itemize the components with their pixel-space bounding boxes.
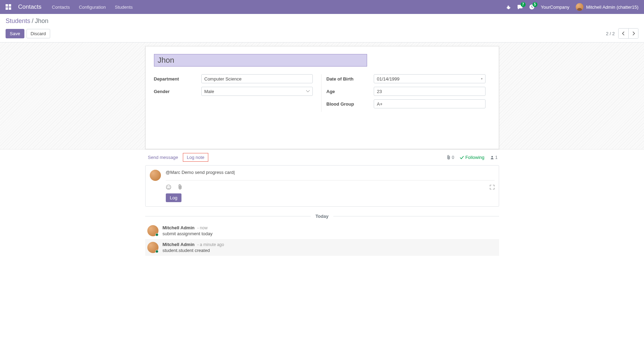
expand-icon[interactable]: [490, 184, 495, 190]
control-panel: Students / Jhon Save Discard 2 / 2: [0, 14, 644, 43]
gender-field[interactable]: Male: [201, 87, 313, 96]
activities-badge: 5: [533, 2, 537, 7]
breadcrumb-sep: /: [32, 17, 33, 25]
messaging-badge: 7: [521, 2, 526, 7]
pager: 2 / 2: [606, 28, 638, 39]
blood-group-label: Blood Group: [326, 101, 374, 107]
user-menu[interactable]: Mitchell Admin (chatter15): [576, 3, 638, 11]
company-switcher[interactable]: YourCompany: [541, 5, 569, 10]
message-author: Mitchell Admin: [163, 225, 195, 230]
log-button[interactable]: Log: [166, 193, 182, 202]
form-left-col: Department Gender Male: [154, 74, 318, 112]
following-button[interactable]: Following: [460, 155, 484, 160]
user-avatar-icon: [576, 3, 583, 11]
presence-icon: [155, 250, 158, 253]
svg-point-2: [169, 186, 170, 187]
chatter: Send message Log note 0 Following 1: [145, 150, 499, 256]
chevron-left-icon: [622, 31, 625, 36]
composer-textarea[interactable]: @Marc Demo send progress card|: [166, 170, 495, 176]
bug-icon[interactable]: [506, 4, 511, 10]
message-time: - a minute ago: [197, 242, 224, 247]
following-label: Following: [465, 155, 484, 160]
apps-icon[interactable]: [6, 4, 11, 10]
tab-log-note[interactable]: Log note: [183, 153, 208, 162]
breadcrumb: Students / Jhon: [6, 17, 638, 25]
presence-icon: [155, 233, 158, 236]
pager-next[interactable]: [628, 29, 638, 38]
messaging-icon[interactable]: 7: [517, 4, 523, 10]
discard-button[interactable]: Discard: [26, 29, 50, 38]
message-body: student.student created: [163, 248, 497, 253]
blood-group-field[interactable]: [374, 99, 486, 108]
message-row: Mitchell Admin - now submit assignment t…: [145, 222, 499, 239]
svg-point-1: [167, 186, 168, 187]
chevron-right-icon: [632, 31, 635, 36]
composer-avatar-icon: [150, 170, 161, 181]
message-time: - now: [197, 225, 207, 230]
brand-title[interactable]: Contacts: [18, 3, 41, 10]
nav-contacts[interactable]: Contacts: [52, 5, 70, 10]
activities-icon[interactable]: 5: [529, 4, 535, 10]
breadcrumb-current: Jhon: [35, 17, 48, 25]
user-name: Mitchell Admin (chatter15): [586, 5, 638, 10]
pager-count: 2 / 2: [606, 31, 615, 36]
gender-label: Gender: [154, 89, 201, 94]
navbar-menu: Contacts Configuration Students: [52, 5, 133, 10]
emoji-icon[interactable]: [166, 184, 171, 190]
attachments-indicator[interactable]: 0: [447, 155, 454, 160]
attachments-count: 0: [452, 155, 454, 160]
composer: @Marc Demo send progress card| Log: [145, 165, 499, 207]
person-icon: [490, 155, 494, 160]
message-author: Mitchell Admin: [163, 242, 195, 247]
form-right-col: Date of Birth ▾ Age: [321, 74, 490, 112]
thread-divider: Today: [145, 214, 499, 219]
department-field[interactable]: [201, 74, 313, 83]
paperclip-icon: [447, 155, 451, 160]
attach-icon[interactable]: [178, 184, 183, 190]
followers-indicator[interactable]: 1: [490, 155, 498, 160]
dob-field[interactable]: [374, 74, 486, 83]
svg-point-0: [166, 185, 171, 189]
form-bg: Department Gender Male: [0, 43, 644, 149]
message-body: submit assignment today: [163, 231, 497, 236]
pager-prev[interactable]: [619, 29, 628, 38]
tab-send-message[interactable]: Send message: [148, 155, 178, 160]
dob-label: Date of Birth: [326, 76, 374, 82]
followers-count: 1: [495, 155, 498, 160]
age-label: Age: [326, 89, 374, 94]
check-icon: [460, 155, 464, 160]
name-field[interactable]: [154, 54, 367, 67]
save-button[interactable]: Save: [6, 29, 24, 38]
message-row: Mitchell Admin - a minute ago student.st…: [145, 239, 499, 256]
form-sheet: Department Gender Male: [145, 46, 499, 149]
department-label: Department: [154, 76, 201, 82]
nav-configuration[interactable]: Configuration: [79, 5, 106, 10]
breadcrumb-parent[interactable]: Students: [6, 17, 30, 25]
thread-divider-label: Today: [311, 214, 333, 219]
top-navbar: Contacts Contacts Configuration Students…: [0, 0, 644, 14]
age-field[interactable]: [374, 87, 486, 96]
nav-students[interactable]: Students: [115, 5, 133, 10]
